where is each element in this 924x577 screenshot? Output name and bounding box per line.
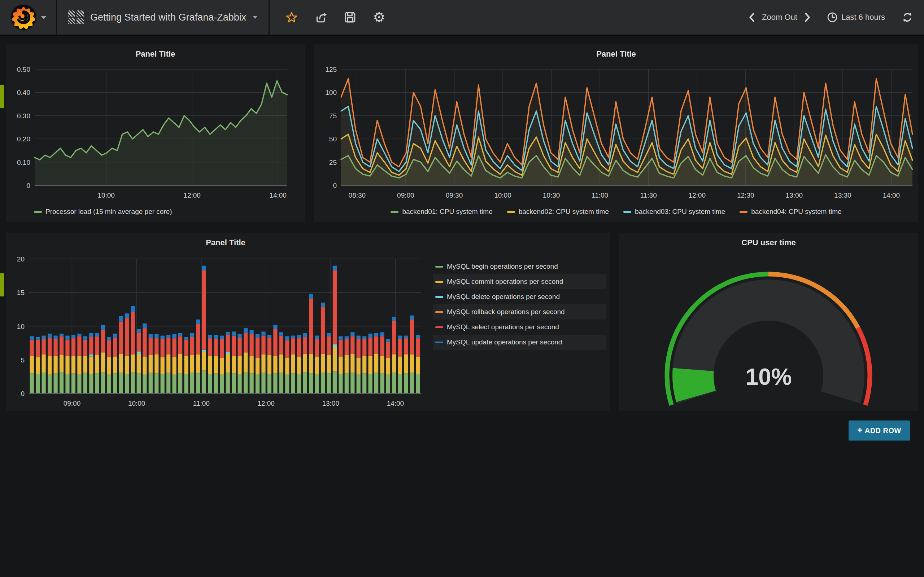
svg-text:12:00: 12:00: [257, 400, 275, 407]
dashboard-row-1: Panel Title 10:0012:0014:000.500.400.300…: [6, 44, 918, 222]
grafana-menu-button[interactable]: [0, 0, 57, 35]
svg-text:09:00: 09:00: [397, 192, 414, 199]
legend-swatch: [34, 211, 42, 213]
panel-processor-load: Panel Title 10:0012:0014:000.500.400.300…: [6, 44, 305, 222]
legend-item[interactable]: Processor load (15 min average per core): [34, 208, 172, 216]
svg-text:10:00: 10:00: [97, 192, 115, 199]
settings-button[interactable]: ⚙: [373, 10, 385, 24]
svg-text:0: 0: [21, 390, 24, 397]
chevron-left-icon: [748, 12, 756, 23]
svg-text:09:00: 09:00: [63, 400, 81, 407]
dashboard: Panel Title 10:0012:0014:000.500.400.300…: [0, 36, 924, 441]
svg-text:20: 20: [17, 255, 24, 263]
dashboard-actions: ⚙: [270, 0, 401, 35]
svg-text:12:30: 12:30: [737, 192, 754, 199]
svg-text:15: 15: [17, 289, 24, 297]
svg-text:0.40: 0.40: [17, 89, 30, 96]
plus-icon: +: [857, 425, 863, 435]
legend-swatch: [435, 266, 443, 268]
share-button[interactable]: [314, 11, 327, 23]
legend-swatch: [435, 281, 443, 283]
save-button[interactable]: [344, 11, 356, 23]
legend-label: Processor load (15 min average per core): [45, 208, 172, 216]
chevron-down-icon: [41, 16, 47, 19]
svg-text:0: 0: [333, 182, 337, 189]
svg-text:10:00: 10:00: [494, 192, 512, 199]
legend-item[interactable]: MySQL update operations per second: [433, 335, 606, 350]
legend-swatch: [507, 211, 515, 213]
legend-label: MySQL update operations per second: [447, 338, 562, 346]
legend-item[interactable]: MySQL begin operations per second: [433, 259, 606, 274]
cpu-system-chart[interactable]: 08:3009:0009:3010:0010:3011:0011:3012:00…: [314, 44, 918, 222]
clock-icon: [827, 12, 838, 23]
panel-cpu-system: Panel Title 08:3009:0009:3010:0010:3011:…: [314, 44, 918, 222]
svg-text:100: 100: [325, 89, 337, 96]
svg-text:12:00: 12:00: [183, 192, 201, 199]
time-range-label: Last 6 hours: [842, 13, 885, 22]
svg-text:13:30: 13:30: [834, 192, 851, 199]
legend-item[interactable]: MySQL commit operations per second: [433, 274, 606, 289]
zoom-out-left-button[interactable]: [748, 12, 756, 23]
legend-swatch: [740, 211, 748, 213]
legend-swatch: [435, 296, 443, 298]
legend-label: MySQL delete operations per second: [447, 293, 560, 301]
svg-text:50: 50: [329, 135, 337, 143]
time-controls: Zoom Out Last 6 hours: [748, 0, 924, 35]
processor-load-chart[interactable]: 10:0012:0014:000.500.400.300.200.100: [6, 44, 305, 222]
star-icon: [286, 11, 298, 23]
legend-swatch: [391, 211, 399, 213]
svg-text:125: 125: [325, 66, 337, 73]
star-button[interactable]: [286, 11, 298, 23]
svg-text:14:00: 14:00: [269, 192, 287, 199]
zoom-out-right-button[interactable]: [803, 12, 812, 23]
svg-text:11:30: 11:30: [640, 192, 657, 199]
svg-text:25: 25: [329, 159, 337, 166]
legend-item[interactable]: MySQL rollback operations per second: [433, 305, 606, 319]
legend-label: MySQL rollback operations per second: [447, 308, 565, 316]
row-menu-strip[interactable]: [0, 273, 4, 297]
legend-label: backend03: CPU system time: [635, 208, 725, 216]
legend-item[interactable]: MySQL delete operations per second: [433, 289, 606, 305]
time-range-picker[interactable]: Last 6 hours: [827, 12, 885, 23]
refresh-button[interactable]: [901, 11, 913, 23]
legend-label: backend02: CPU system time: [519, 208, 609, 216]
legend-label: MySQL commit operations per second: [447, 278, 563, 285]
row-menu-strip[interactable]: [0, 85, 4, 108]
gear-icon: ⚙: [373, 10, 385, 24]
share-icon: [314, 11, 327, 23]
legend-label: MySQL begin operations per second: [447, 263, 558, 271]
svg-text:5: 5: [21, 356, 24, 364]
svg-text:13:00: 13:00: [322, 400, 339, 407]
svg-text:0.50: 0.50: [17, 66, 30, 73]
legend-item[interactable]: backend04: CPU system time: [740, 208, 842, 216]
dashboard-title: Getting Started with Grafana-Zabbix: [90, 12, 246, 23]
svg-text:14:00: 14:00: [387, 400, 404, 407]
navbar: Getting Started with Grafana-Zabbix ⚙: [0, 0, 924, 36]
svg-text:12:00: 12:00: [688, 192, 706, 199]
svg-text:09:30: 09:30: [446, 192, 463, 199]
panel-mysql-ops: Panel Title 09:0010:0011:0012:0013:0014:…: [6, 233, 610, 411]
svg-text:75: 75: [329, 112, 337, 120]
grafana-logo-icon: [10, 3, 37, 31]
zoom-out-label[interactable]: Zoom Out: [762, 13, 797, 22]
legend-item[interactable]: backend02: CPU system time: [507, 208, 609, 216]
svg-text:0: 0: [26, 182, 30, 189]
legend-item[interactable]: MySQL select operations per second: [433, 319, 606, 335]
add-row-button[interactable]: +ADD ROW: [848, 421, 910, 441]
svg-text:08:30: 08:30: [349, 192, 366, 199]
chevron-right-icon: [803, 12, 812, 23]
legend-swatch: [624, 211, 631, 213]
legend: Processor load (15 min average per core): [6, 208, 305, 216]
legend-swatch: [435, 311, 443, 313]
legend-item[interactable]: backend03: CPU system time: [624, 208, 725, 216]
legend-swatch: [435, 342, 443, 343]
refresh-icon: [901, 11, 913, 23]
svg-text:10: 10: [17, 323, 24, 330]
dashboard-grid-icon: [68, 10, 84, 24]
svg-text:10:30: 10:30: [543, 192, 560, 199]
svg-text:11:00: 11:00: [591, 192, 608, 199]
legend: MySQL begin operations per secondMySQL c…: [433, 259, 606, 350]
gauge-value: 10%: [619, 364, 918, 390]
legend-item[interactable]: backend01: CPU system time: [391, 208, 492, 216]
dashboard-title-dropdown[interactable]: Getting Started with Grafana-Zabbix: [57, 0, 268, 35]
